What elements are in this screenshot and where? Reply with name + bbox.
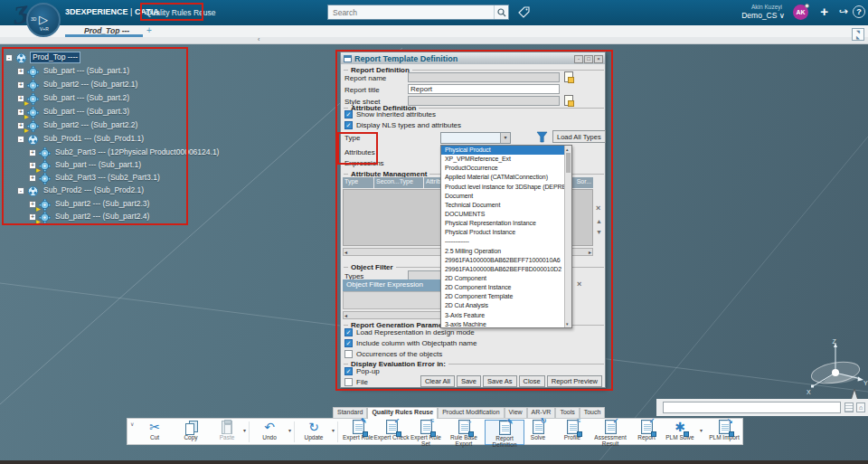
delete-row-icon[interactable]: × [596, 204, 600, 213]
type-combo[interactable]: ▾ [440, 132, 511, 144]
chevron-down-icon[interactable]: ▾ [500, 133, 510, 143]
close-icon[interactable]: × [594, 55, 603, 63]
dropdown-item[interactable]: Physical Product [441, 146, 566, 155]
toolbar-assessment-result-button[interactable]: ✓Assessment Result [590, 420, 630, 445]
dropdown-item[interactable]: 2D Cut Analysis [441, 301, 566, 310]
expand-node-icon[interactable]: + [29, 201, 36, 208]
move-up-icon[interactable]: ▲ [596, 217, 602, 225]
tree-item[interactable]: +▶Sub_part2 --- (Sub_part2.4) [29, 211, 151, 223]
action-bar-tab[interactable]: Quality Rules Reuse [367, 407, 438, 419]
dropdown-item[interactable]: 29961FA100000BAB62BEFF8D000010D2 [441, 265, 566, 274]
toolbar-copy-button[interactable]: Copy [171, 420, 211, 445]
panel-icon[interactable] [844, 402, 854, 412]
collapse-action-bar-icon[interactable]: ∨ [130, 421, 134, 427]
chevron-down-icon[interactable]: ▾ [700, 427, 703, 433]
tree-item[interactable]: +▶Sub_part --- (Sub_part.3) [17, 106, 131, 118]
report-generation-option[interactable]: ✓Include column with Objectpath name [344, 337, 476, 348]
toolbar-plm-import-button[interactable]: ↘PLM Import [704, 420, 744, 445]
checkbox-unchecked[interactable] [344, 378, 353, 386]
dropdown-item[interactable]: Physical Representation Instance [441, 219, 566, 228]
dropdown-item[interactable]: 2D Component Template [441, 292, 566, 301]
checkbox-unchecked[interactable] [344, 350, 353, 358]
dropdown-item[interactable]: Applied Material (CATMatConnection) [441, 173, 566, 182]
save-button[interactable]: Save [457, 375, 481, 387]
toolbar-expert-rule-set-button[interactable]: ≡Expert Rule Set [406, 420, 446, 445]
tree-item[interactable]: +▶Sub_part --- (Sub_part.1) [29, 159, 143, 171]
dropdown-scrollbar[interactable]: ▴▾ [564, 146, 571, 327]
chevron-down-icon[interactable]: ▾ [332, 427, 335, 433]
tree-item[interactable]: +Sub2_Part3 --- (Sub2_Part3.1) [29, 172, 162, 184]
attribute-definition-option[interactable]: ✓Show inherited attributes [344, 109, 461, 119]
delete-filter-icon[interactable]: × [577, 280, 581, 289]
dropdown-item[interactable]: DOCUMENTS [441, 210, 566, 219]
toolbar-paste-button[interactable]: Paste [207, 420, 247, 445]
dialog-title-bar[interactable]: Report Template Definition -□× [341, 52, 605, 64]
dropdown-item[interactable]: ------------ [441, 237, 566, 246]
report-name-field[interactable] [408, 72, 560, 82]
load-all-types-button[interactable]: Load All Types [552, 130, 606, 143]
dropdown-item[interactable]: Document [441, 192, 566, 201]
save-as-button[interactable]: Save As [483, 375, 517, 387]
dropdown-item[interactable]: 2D Component Instance [441, 283, 566, 292]
report-preview-button[interactable]: Report Preview [547, 375, 602, 387]
dropdown-item[interactable]: 2D Component [441, 274, 566, 283]
checkbox-checked[interactable]: ✓ [344, 367, 353, 375]
expand-node-icon[interactable]: + [17, 81, 24, 89]
checkbox-checked[interactable]: ✓ [344, 328, 353, 336]
tag-icon[interactable] [517, 5, 531, 19]
toolbar-update-button[interactable]: ↻Update [294, 420, 334, 445]
new-tab-button[interactable]: + [146, 25, 152, 35]
tree-item[interactable]: +▶Sub_part2 --- (Sub_part2.2) [17, 119, 139, 131]
attribute-definition-option[interactable]: ✓Display NLS types and attributes [344, 119, 461, 130]
expand-node-icon[interactable]: + [17, 95, 24, 102]
tree-item[interactable]: +Sub_part --- (Sub_part.1) [17, 65, 131, 77]
search-icon[interactable] [494, 5, 508, 19]
checkbox-checked[interactable]: ✓ [344, 121, 353, 129]
expand-node-icon[interactable]: + [29, 175, 36, 182]
dropdown-item[interactable]: 2.5 Milling Operation [441, 247, 566, 256]
toolbar-plm-solve-button[interactable]: ✱PLM Solve [660, 420, 700, 445]
chevron-down-icon[interactable]: ▾ [243, 427, 246, 433]
dropdown-item[interactable]: Technical Document [441, 201, 566, 210]
expand-node-icon[interactable]: + [29, 149, 36, 156]
toolbar-profile-button[interactable]: ≡Profile [552, 420, 592, 445]
dropdown-item[interactable]: 29961FA100000BAB62BEFF71000010A6 [441, 256, 566, 265]
avatar[interactable]: AK [793, 5, 808, 20]
expand-node-icon[interactable]: + [17, 122, 24, 129]
tree-item[interactable]: +Sub2_Part3 --- (12Physical Product00006… [29, 147, 221, 158]
close-button[interactable]: Close [519, 375, 545, 387]
tree-item[interactable]: -Sub_Prod2 --- (Sub_Prod2.1) [17, 185, 146, 196]
3dexperience-compass-icon[interactable]: ▷ 3D V+R [26, 3, 61, 37]
expand-node-icon[interactable]: + [17, 109, 24, 116]
filter-funnel-icon[interactable] [536, 131, 548, 145]
report-title-field[interactable]: Report [408, 84, 560, 94]
maximize-icon[interactable]: □ [584, 55, 593, 63]
browse-catalog-icon[interactable] [564, 71, 573, 82]
expand-node-icon[interactable]: + [29, 213, 36, 221]
report-generation-option[interactable]: Occurrences of the objects [344, 348, 476, 359]
toolbar-undo-button[interactable]: ↶Undo [250, 420, 289, 445]
checkbox-checked[interactable]: ✓ [344, 339, 353, 347]
toolbar-rule-base-export-button[interactable]: →Rule Base Export [444, 420, 484, 445]
tree-item[interactable]: +▶Sub_part --- (Sub_part.2) [17, 92, 131, 104]
table-column-header[interactable]: Type [343, 177, 373, 188]
dropdown-item[interactable]: 3-Axis Feature [441, 311, 566, 320]
dropdown-item[interactable]: Product level instance for 3DShape (DEPR… [441, 183, 566, 192]
tree-item[interactable]: -Sub_Prod1 --- (Sub_Prod1.1) [17, 133, 146, 145]
expand-node-icon[interactable]: + [17, 68, 24, 75]
command-input[interactable] [663, 402, 841, 413]
active-app-label[interactable]: Quality Rules Reuse [146, 8, 215, 17]
global-search[interactable] [327, 5, 509, 20]
tree-item[interactable]: -Prod_Top ---- [5, 52, 80, 63]
search-input[interactable] [328, 8, 494, 17]
chevron-down-icon[interactable]: ▾ [288, 427, 291, 433]
share-icon[interactable]: ↪ [838, 5, 849, 19]
tree-item[interactable]: +▶Sub_part2 --- (Sub_part2.3) [29, 198, 151, 210]
collapse-node-icon[interactable]: - [17, 187, 24, 194]
collapse-node-icon[interactable]: - [5, 54, 13, 62]
workspace-selector[interactable]: Demo_CS ∨ [741, 11, 785, 20]
collapse-panel-icon[interactable]: ‹ [258, 36, 259, 43]
display-error-option[interactable]: File [344, 376, 380, 387]
dropdown-item[interactable]: Physical Product Instance [441, 228, 566, 237]
expand-node-icon[interactable]: + [29, 162, 36, 169]
